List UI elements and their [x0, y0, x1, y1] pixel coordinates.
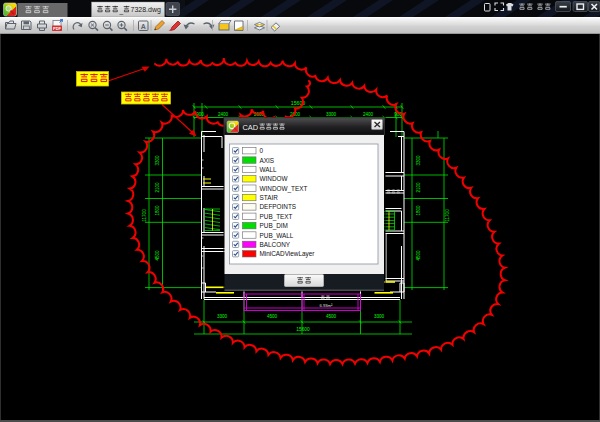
svg-text:PDF: PDF — [53, 26, 62, 31]
svg-text:2400: 2400 — [363, 112, 374, 117]
svg-text:PUB_DIM: PUB_DIM — [260, 222, 288, 230]
svg-text:1800: 1800 — [155, 205, 160, 216]
svg-text:WINDOW: WINDOW — [260, 175, 289, 182]
svg-text:WALL: WALL — [260, 166, 278, 173]
svg-text:11700: 11700 — [445, 209, 450, 222]
svg-text:1800: 1800 — [416, 205, 421, 216]
svg-text:2400: 2400 — [218, 112, 229, 117]
svg-text:2100: 2100 — [155, 182, 160, 193]
svg-text:_: _ — [119, 7, 124, 15]
svg-text:DEFPOINTS: DEFPOINTS — [260, 203, 297, 210]
svg-text:PUB_WALL: PUB_WALL — [260, 232, 294, 240]
svg-text:4500: 4500 — [416, 250, 421, 261]
svg-text:AXIS: AXIS — [260, 157, 275, 164]
svg-text:2100: 2100 — [416, 182, 421, 193]
svg-text:STAIR: STAIR — [260, 194, 279, 201]
svg-text:3300: 3300 — [217, 314, 228, 319]
svg-text:WINDOW_TEXT: WINDOW_TEXT — [260, 185, 308, 193]
svg-text:CAD: CAD — [243, 123, 259, 132]
svg-text:15600: 15600 — [296, 327, 310, 332]
svg-text:3300: 3300 — [374, 314, 385, 319]
svg-text:BALCONY: BALCONY — [260, 241, 291, 248]
svg-text:0: 0 — [260, 147, 264, 154]
svg-text:3300: 3300 — [155, 155, 160, 166]
svg-text:3300: 3300 — [416, 155, 421, 166]
svg-text:4500: 4500 — [267, 314, 278, 319]
svg-text:A: A — [141, 23, 146, 30]
svg-text:4500: 4500 — [155, 250, 160, 261]
svg-text:PUB_TEXT: PUB_TEXT — [260, 213, 293, 221]
svg-text:7328.dwg: 7328.dwg — [131, 6, 161, 14]
svg-text:MiniCADViewLayer: MiniCADViewLayer — [260, 250, 316, 258]
svg-text:11700: 11700 — [142, 209, 147, 222]
svg-text:3300: 3300 — [326, 112, 337, 117]
svg-text:6.93m²: 6.93m² — [319, 303, 333, 308]
svg-text:4500: 4500 — [326, 314, 337, 319]
